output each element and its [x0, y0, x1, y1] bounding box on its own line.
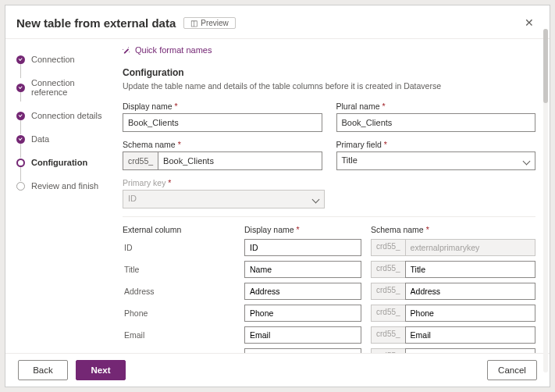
current-step-icon — [16, 159, 25, 167]
schema-prefix: crd55_ — [371, 305, 405, 322]
column-row: Phonecrd55_ — [123, 305, 535, 322]
schema-name-input[interactable] — [158, 151, 322, 170]
columns-table: IDcrd55_Titlecrd55_Addresscrd55_Phonecrd… — [123, 239, 535, 353]
step-label: Review and finish — [31, 181, 98, 191]
external-column-name: ID — [123, 243, 235, 252]
step-data[interactable]: Data — [16, 130, 109, 153]
main-panel: Quick format names Configuration Update … — [116, 39, 550, 353]
column-row: Modifiedcrd55_ — [123, 348, 535, 353]
column-row: Titlecrd55_ — [123, 261, 535, 278]
schema-prefix: crd55_ — [371, 261, 405, 278]
dialog-title: New table from external data — [16, 16, 176, 30]
plural-name-label: Plural name * — [336, 102, 536, 111]
display-name-input[interactable] — [123, 113, 322, 132]
schema-name-label: Schema name * — [123, 140, 322, 149]
column-row: Emailcrd55_ — [123, 326, 535, 344]
column-row: Addresscrd55_ — [123, 283, 535, 300]
preview-label: Preview — [201, 19, 229, 27]
next-button[interactable]: Next — [76, 360, 126, 380]
check-icon — [16, 135, 25, 144]
column-schema-name-input[interactable] — [405, 326, 535, 344]
column-display-name-input[interactable] — [244, 326, 361, 344]
check-icon — [16, 55, 25, 64]
col-header-display: Display name * — [244, 225, 361, 234]
step-label: Data — [31, 134, 49, 144]
column-display-name-input[interactable] — [244, 261, 361, 278]
column-schema-name-input[interactable] — [405, 305, 535, 322]
column-display-name-input[interactable] — [244, 305, 361, 322]
step-label: Connection reference — [31, 78, 109, 97]
step-label: Connection — [31, 55, 75, 64]
column-schema-name-input[interactable] — [405, 261, 535, 278]
schema-prefix: crd55_ — [371, 348, 405, 353]
step-label: Configuration — [31, 158, 87, 167]
external-column-name: Modified — [123, 352, 235, 353]
column-schema-name-input — [405, 239, 535, 256]
column-display-name-input[interactable] — [244, 239, 361, 256]
columns-header: External column Display name * Schema na… — [123, 225, 535, 234]
dialog-header: New table from external data ◫ Preview ✕ — [5, 5, 550, 39]
step-connection-details[interactable]: Connection details — [16, 106, 109, 130]
back-button[interactable]: Back — [18, 360, 68, 380]
column-schema-name-input[interactable] — [405, 348, 535, 353]
col-header-schema: Schema name * — [371, 225, 535, 234]
close-icon[interactable]: ✕ — [520, 13, 539, 32]
col-header-external: External column — [123, 225, 235, 234]
step-connection-reference[interactable]: Connection reference — [16, 73, 109, 106]
preview-icon: ◫ — [190, 19, 197, 27]
check-icon — [16, 112, 25, 120]
preview-button[interactable]: ◫ Preview — [183, 17, 236, 29]
quick-format-link[interactable]: Quick format names — [123, 45, 535, 55]
primary-field-select[interactable]: Title — [336, 151, 536, 170]
external-column-name: Email — [123, 330, 235, 340]
step-review[interactable]: Review and finish — [16, 176, 109, 200]
section-subtitle: Update the table name and details of the… — [123, 81, 535, 91]
divider — [123, 216, 535, 217]
check-icon — [16, 84, 25, 92]
dialog: New table from external data ◫ Preview ✕… — [5, 5, 550, 387]
primary-key-select: ID — [123, 190, 325, 208]
external-column-name: Title — [123, 265, 235, 274]
primary-field-label: Primary field * — [336, 140, 536, 149]
section-heading: Configuration — [123, 67, 535, 78]
display-name-label: Display name * — [123, 102, 322, 111]
schema-prefix: crd55_ — [371, 326, 405, 344]
column-display-name-input[interactable] — [244, 283, 361, 300]
cancel-button[interactable]: Cancel — [487, 360, 537, 380]
step-label: Connection details — [31, 111, 102, 120]
dialog-footer: Back Next Cancel — [5, 353, 550, 387]
quick-format-label: Quick format names — [135, 45, 212, 55]
column-schema-name-input[interactable] — [405, 283, 535, 300]
primary-key-label: Primary key * — [123, 178, 325, 187]
column-display-name-input[interactable] — [244, 348, 361, 353]
pending-step-icon — [16, 182, 25, 191]
column-row: IDcrd55_ — [123, 239, 535, 256]
schema-prefix: crd55_ — [123, 151, 158, 170]
step-connection[interactable]: Connection — [16, 50, 109, 73]
step-configuration[interactable]: Configuration — [16, 153, 109, 176]
external-column-name: Address — [123, 287, 235, 296]
wand-icon — [123, 46, 130, 54]
external-column-name: Phone — [123, 308, 235, 318]
wizard-steps: Connection Connection reference Connecti… — [5, 39, 116, 353]
schema-prefix: crd55_ — [371, 239, 405, 256]
schema-prefix: crd55_ — [371, 283, 405, 300]
plural-name-input[interactable] — [336, 113, 536, 132]
